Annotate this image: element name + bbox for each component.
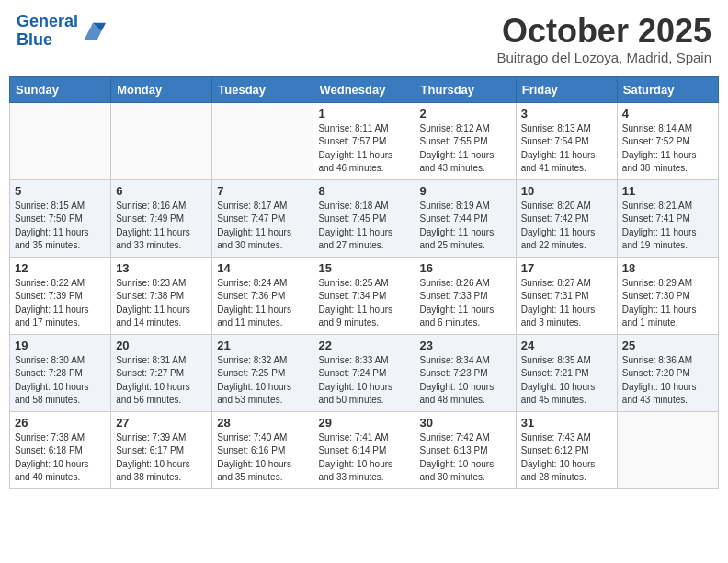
calendar-cell: 16Sunrise: 8:26 AM Sunset: 7:33 PM Dayli… xyxy=(415,257,516,334)
calendar-cell: 27Sunrise: 7:39 AM Sunset: 6:17 PM Dayli… xyxy=(111,411,212,488)
calendar-cell: 26Sunrise: 7:38 AM Sunset: 6:18 PM Dayli… xyxy=(10,411,111,488)
day-number: 10 xyxy=(521,184,612,198)
day-number: 28 xyxy=(217,416,308,430)
day-info: Sunrise: 8:27 AM Sunset: 7:31 PM Dayligh… xyxy=(521,277,612,330)
logo: General Blue xyxy=(17,13,106,50)
day-number: 26 xyxy=(15,416,106,430)
calendar-cell: 20Sunrise: 8:31 AM Sunset: 7:27 PM Dayli… xyxy=(111,334,212,411)
calendar-cell: 23Sunrise: 8:34 AM Sunset: 7:23 PM Dayli… xyxy=(415,334,516,411)
calendar-cell: 10Sunrise: 8:20 AM Sunset: 7:42 PM Dayli… xyxy=(516,179,617,257)
day-info: Sunrise: 8:12 AM Sunset: 7:55 PM Dayligh… xyxy=(420,122,511,176)
logo-blue-text: Blue xyxy=(17,31,78,50)
day-info: Sunrise: 7:38 AM Sunset: 6:18 PM Dayligh… xyxy=(15,431,106,485)
day-info: Sunrise: 8:16 AM Sunset: 7:49 PM Dayligh… xyxy=(116,200,207,253)
day-number: 25 xyxy=(622,339,713,352)
calendar-cell: 29Sunrise: 7:41 AM Sunset: 6:14 PM Dayli… xyxy=(313,411,415,488)
day-info: Sunrise: 8:26 AM Sunset: 7:33 PM Dayligh… xyxy=(420,277,511,330)
weekday-header-tuesday: Tuesday xyxy=(212,76,313,102)
calendar-cell: 5Sunrise: 8:15 AM Sunset: 7:50 PM Daylig… xyxy=(10,179,111,257)
day-number: 29 xyxy=(318,416,409,430)
location-text: Buitrago del Lozoya, Madrid, Spain xyxy=(497,50,711,65)
calendar-cell xyxy=(10,102,111,179)
day-number: 22 xyxy=(318,339,409,352)
weekday-header-row: SundayMondayTuesdayWednesdayThursdayFrid… xyxy=(10,76,719,102)
day-number: 17 xyxy=(521,261,612,275)
day-info: Sunrise: 8:33 AM Sunset: 7:24 PM Dayligh… xyxy=(318,354,409,408)
day-number: 5 xyxy=(15,184,106,198)
calendar-cell: 22Sunrise: 8:33 AM Sunset: 7:24 PM Dayli… xyxy=(313,334,415,411)
day-info: Sunrise: 8:19 AM Sunset: 7:44 PM Dayligh… xyxy=(420,200,511,253)
day-info: Sunrise: 7:41 AM Sunset: 6:14 PM Dayligh… xyxy=(318,431,409,485)
day-number: 9 xyxy=(420,184,511,198)
day-number: 16 xyxy=(420,261,511,275)
calendar-cell: 7Sunrise: 8:17 AM Sunset: 7:47 PM Daylig… xyxy=(212,179,313,257)
weekday-header-sunday: Sunday xyxy=(10,76,111,102)
calendar-cell: 19Sunrise: 8:30 AM Sunset: 7:28 PM Dayli… xyxy=(10,334,111,411)
day-number: 1 xyxy=(318,107,409,121)
day-number: 11 xyxy=(622,184,713,198)
day-info: Sunrise: 8:23 AM Sunset: 7:38 PM Dayligh… xyxy=(116,277,207,330)
day-number: 8 xyxy=(318,184,409,198)
day-info: Sunrise: 8:15 AM Sunset: 7:50 PM Dayligh… xyxy=(15,200,106,253)
day-info: Sunrise: 8:20 AM Sunset: 7:42 PM Dayligh… xyxy=(521,200,612,253)
day-number: 15 xyxy=(318,261,409,275)
calendar-week-row: 5Sunrise: 8:15 AM Sunset: 7:50 PM Daylig… xyxy=(10,179,719,257)
day-info: Sunrise: 8:34 AM Sunset: 7:23 PM Dayligh… xyxy=(420,354,511,408)
weekday-header-wednesday: Wednesday xyxy=(313,76,415,102)
calendar-cell: 3Sunrise: 8:13 AM Sunset: 7:54 PM Daylig… xyxy=(516,102,617,179)
calendar-cell: 14Sunrise: 8:24 AM Sunset: 7:36 PM Dayli… xyxy=(212,257,313,334)
calendar-cell xyxy=(617,411,718,488)
day-number: 30 xyxy=(420,416,511,430)
calendar-week-row: 26Sunrise: 7:38 AM Sunset: 6:18 PM Dayli… xyxy=(10,411,719,488)
logo-icon xyxy=(80,18,106,44)
day-number: 23 xyxy=(420,339,511,352)
calendar-cell xyxy=(212,102,313,179)
weekday-header-friday: Friday xyxy=(516,76,617,102)
calendar-cell xyxy=(111,102,212,179)
calendar-cell: 30Sunrise: 7:42 AM Sunset: 6:13 PM Dayli… xyxy=(415,411,516,488)
logo-general-text: General xyxy=(17,13,78,31)
weekday-header-saturday: Saturday xyxy=(617,76,718,102)
weekday-header-monday: Monday xyxy=(111,76,212,102)
day-info: Sunrise: 7:43 AM Sunset: 6:12 PM Dayligh… xyxy=(521,431,612,485)
day-number: 3 xyxy=(521,107,612,121)
day-number: 21 xyxy=(217,339,308,352)
calendar-table: SundayMondayTuesdayWednesdayThursdayFrid… xyxy=(9,76,719,489)
day-info: Sunrise: 7:39 AM Sunset: 6:17 PM Dayligh… xyxy=(116,431,207,485)
calendar-cell: 17Sunrise: 8:27 AM Sunset: 7:31 PM Dayli… xyxy=(516,257,617,334)
calendar-cell: 25Sunrise: 8:36 AM Sunset: 7:20 PM Dayli… xyxy=(617,334,718,411)
day-info: Sunrise: 8:22 AM Sunset: 7:39 PM Dayligh… xyxy=(15,277,106,330)
page-header: General Blue October 2025 Buitrago del L… xyxy=(9,9,719,69)
calendar-cell: 8Sunrise: 8:18 AM Sunset: 7:45 PM Daylig… xyxy=(313,179,415,257)
day-info: Sunrise: 8:30 AM Sunset: 7:28 PM Dayligh… xyxy=(15,354,106,408)
day-info: Sunrise: 8:36 AM Sunset: 7:20 PM Dayligh… xyxy=(622,354,713,408)
calendar-week-row: 19Sunrise: 8:30 AM Sunset: 7:28 PM Dayli… xyxy=(10,334,719,411)
day-number: 24 xyxy=(521,339,612,352)
calendar-week-row: 1Sunrise: 8:11 AM Sunset: 7:57 PM Daylig… xyxy=(10,102,719,179)
calendar-cell: 6Sunrise: 8:16 AM Sunset: 7:49 PM Daylig… xyxy=(111,179,212,257)
calendar-cell: 9Sunrise: 8:19 AM Sunset: 7:44 PM Daylig… xyxy=(415,179,516,257)
calendar-week-row: 12Sunrise: 8:22 AM Sunset: 7:39 PM Dayli… xyxy=(10,257,719,334)
calendar-cell: 28Sunrise: 7:40 AM Sunset: 6:16 PM Dayli… xyxy=(212,411,313,488)
day-info: Sunrise: 8:29 AM Sunset: 7:30 PM Dayligh… xyxy=(622,277,713,330)
day-info: Sunrise: 8:14 AM Sunset: 7:52 PM Dayligh… xyxy=(622,122,713,176)
day-number: 12 xyxy=(15,261,106,275)
day-info: Sunrise: 7:40 AM Sunset: 6:16 PM Dayligh… xyxy=(217,431,308,485)
day-info: Sunrise: 8:25 AM Sunset: 7:34 PM Dayligh… xyxy=(318,277,409,330)
day-number: 14 xyxy=(217,261,308,275)
day-number: 27 xyxy=(116,416,207,430)
weekday-header-thursday: Thursday xyxy=(415,76,516,102)
day-number: 18 xyxy=(622,261,713,275)
day-number: 13 xyxy=(116,261,207,275)
calendar-cell: 21Sunrise: 8:32 AM Sunset: 7:25 PM Dayli… xyxy=(212,334,313,411)
calendar-cell: 15Sunrise: 8:25 AM Sunset: 7:34 PM Dayli… xyxy=(313,257,415,334)
day-info: Sunrise: 8:13 AM Sunset: 7:54 PM Dayligh… xyxy=(521,122,612,176)
day-info: Sunrise: 8:18 AM Sunset: 7:45 PM Dayligh… xyxy=(318,200,409,253)
calendar-cell: 24Sunrise: 8:35 AM Sunset: 7:21 PM Dayli… xyxy=(516,334,617,411)
day-info: Sunrise: 8:35 AM Sunset: 7:21 PM Dayligh… xyxy=(521,354,612,408)
calendar-cell: 12Sunrise: 8:22 AM Sunset: 7:39 PM Dayli… xyxy=(10,257,111,334)
calendar-cell: 2Sunrise: 8:12 AM Sunset: 7:55 PM Daylig… xyxy=(415,102,516,179)
day-info: Sunrise: 8:24 AM Sunset: 7:36 PM Dayligh… xyxy=(217,277,308,330)
calendar-cell: 13Sunrise: 8:23 AM Sunset: 7:38 PM Dayli… xyxy=(111,257,212,334)
day-info: Sunrise: 8:21 AM Sunset: 7:41 PM Dayligh… xyxy=(622,200,713,253)
